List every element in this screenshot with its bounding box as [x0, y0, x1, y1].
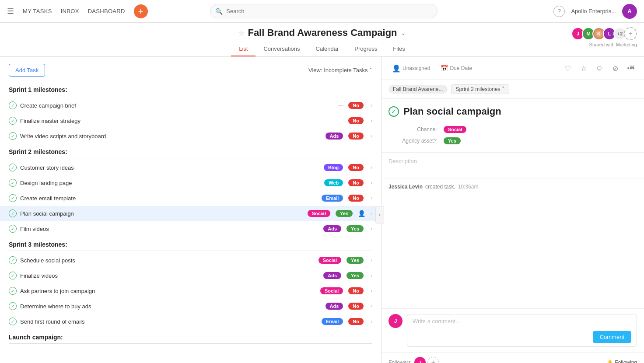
chevron-icon: › [371, 257, 372, 263]
breadcrumb-tag[interactable]: Fall Brand Awarene... [388, 85, 448, 94]
search-icon: 🔍 [215, 8, 223, 15]
task-row[interactable]: ⣿ ✓ Schedule social posts Social Yes › [0, 253, 381, 268]
link-icon[interactable]: ⊘ [609, 62, 621, 74]
activity-action: created task. [425, 184, 455, 190]
comment-submit-button[interactable]: Comment [593, 331, 631, 343]
main-layout: Add Task View: Incomplete Tasks ˅ Sprint… [0, 57, 644, 363]
due-date-button[interactable]: 📅 Due Date [437, 63, 476, 73]
chevron-icon: › [371, 102, 372, 108]
task-check[interactable]: ✓ [9, 132, 17, 140]
add-task-button[interactable]: Add Task [9, 64, 45, 77]
followers-left: Followers J + [388, 357, 439, 363]
nav-inbox[interactable]: INBOX [61, 8, 79, 14]
task-name: Customer story ideas [20, 164, 320, 171]
task-row[interactable]: ⣿ ✓ Send first round of emails Email No … [0, 314, 381, 329]
task-row[interactable]: ⣿ ✓ Customer story ideas Blog No › [0, 160, 381, 175]
star-toolbar-icon[interactable]: ☆ [578, 62, 590, 74]
chevron-icon: › [371, 318, 372, 325]
tag-blog: Blog [324, 164, 343, 171]
tab-calendar[interactable]: Calendar [308, 42, 347, 56]
task-check[interactable]: ✓ [9, 302, 17, 310]
heart-icon[interactable]: ♡ [562, 62, 574, 74]
task-name: Schedule social posts [20, 257, 315, 264]
field-value-agency[interactable]: Yes [444, 137, 461, 144]
comment-input[interactable] [413, 318, 631, 331]
task-row[interactable]: ⣿ ✓ Ask partners to join campaign Social… [0, 283, 381, 299]
tag-no: No [348, 179, 364, 186]
user-avatar[interactable]: A [622, 4, 637, 19]
tag-ads: Ads [323, 272, 341, 279]
tag-ads: Ads [326, 133, 343, 140]
search-input[interactable] [210, 4, 438, 18]
right-panel-title: ✓ Plan social campaign [382, 99, 644, 122]
task-row[interactable]: ⣿ ✓ Film videos Ads Yes › [0, 221, 381, 237]
nav-dashboard[interactable]: DASHBOARD [88, 8, 125, 14]
tag-social: Social [320, 287, 343, 294]
task-check[interactable]: ✓ [9, 318, 17, 325]
task-row[interactable]: ⣿ ✓ Write video scripts and storyboard A… [0, 129, 381, 144]
task-check[interactable]: ✓ [9, 194, 17, 202]
task-row[interactable]: ⣿ ✓ Finalize master strategy — No › [0, 113, 381, 129]
task-row-selected[interactable]: ⣿ ✓ Plan social campaign Social Yes 👤 › [0, 206, 381, 221]
tab-files[interactable]: Files [385, 42, 413, 56]
close-button[interactable]: ✕ [626, 62, 637, 73]
add-button[interactable]: + [134, 4, 148, 18]
task-check[interactable]: ✓ [9, 179, 17, 187]
tag-yes: Yes [346, 257, 364, 264]
task-check[interactable]: ✓ [9, 209, 17, 217]
left-panel: Add Task View: Incomplete Tasks ˅ Sprint… [0, 57, 382, 363]
tag-yes: Yes [346, 272, 364, 279]
unassigned-label: Unassigned [402, 65, 430, 71]
tab-list[interactable]: List [231, 42, 256, 56]
project-tabs: List Conversations Calendar Progress Fil… [231, 42, 413, 56]
tab-progress[interactable]: Progress [346, 42, 385, 56]
task-check[interactable]: ✓ [9, 117, 17, 125]
follower-add-button[interactable]: + [427, 357, 439, 363]
task-name: Write video scripts and storyboard [20, 133, 322, 140]
nav-my-tasks[interactable]: MY TASKS [23, 8, 52, 14]
task-title-check[interactable]: ✓ [388, 106, 399, 117]
field-value-channel[interactable]: Social [444, 126, 466, 133]
task-check[interactable]: ✓ [9, 164, 17, 171]
task-row[interactable]: ⣿ ✓ Finalize videos Ads Yes › [0, 268, 381, 283]
task-dash: — [338, 102, 343, 108]
collapse-panel-button[interactable]: ‹ [375, 206, 384, 223]
tag-no: No [348, 287, 364, 294]
task-name: Send first round of emails [20, 318, 318, 325]
chevron-icon: › [371, 272, 372, 279]
task-check[interactable]: ✓ [9, 256, 17, 264]
chevron-icon: › [371, 164, 372, 171]
star-icon[interactable]: ☆ [238, 29, 244, 37]
project-title-row: ☆ Fall Brand Awareness Campaign ⌄ [238, 27, 406, 38]
hamburger-menu[interactable]: ☰ [7, 7, 14, 16]
task-check[interactable]: ✓ [9, 225, 17, 233]
milestone-tag[interactable]: Sprint 2 milestones ˅ [451, 84, 509, 94]
task-check[interactable]: ✓ [9, 272, 17, 279]
tag-social: Social [318, 257, 341, 264]
description-area[interactable]: Description [382, 152, 644, 178]
field-row-channel: Channel Social [388, 126, 637, 133]
task-row[interactable]: ⣿ ✓ Create email template Email No › [0, 191, 381, 206]
section-sprint3: Sprint 3 milestones: [0, 237, 381, 251]
view-filter-button[interactable]: View: Incomplete Tasks ˅ [308, 67, 372, 73]
project-chevron-icon[interactable]: ⌄ [401, 29, 406, 36]
tab-conversations[interactable]: Conversations [256, 42, 308, 56]
field-label-agency: Agency asset? [388, 138, 437, 144]
task-row[interactable]: ⣿ ✓ Design landing page Web No › [0, 175, 381, 191]
smiley-icon[interactable]: ☺ [593, 62, 606, 74]
add-member-button[interactable]: + [624, 27, 637, 40]
task-check[interactable]: ✓ [9, 101, 17, 109]
following-button[interactable]: 🔔 Following [606, 360, 637, 363]
help-button[interactable]: ? [553, 6, 565, 17]
task-row[interactable]: ⣿ ✓ Determine where to buy ads Ads No › [0, 299, 381, 314]
tag-no: No [348, 195, 364, 202]
top-nav: ☰ MY TASKS INBOX DASHBOARD + 🔍 ? Apollo … [0, 0, 644, 23]
tag-web: Web [324, 179, 343, 186]
task-check[interactable]: ✓ [9, 287, 17, 295]
task-row[interactable]: ⣿ ✓ Create campaign brief — No › [0, 98, 381, 113]
due-date-label: Due Date [450, 65, 472, 71]
task-name: Plan social campaign [20, 210, 304, 217]
unassigned-button[interactable]: 👤 Unassigned [388, 63, 434, 74]
tag-no: No [348, 303, 364, 310]
left-panel-header: Add Task View: Incomplete Tasks ˅ [0, 64, 381, 82]
